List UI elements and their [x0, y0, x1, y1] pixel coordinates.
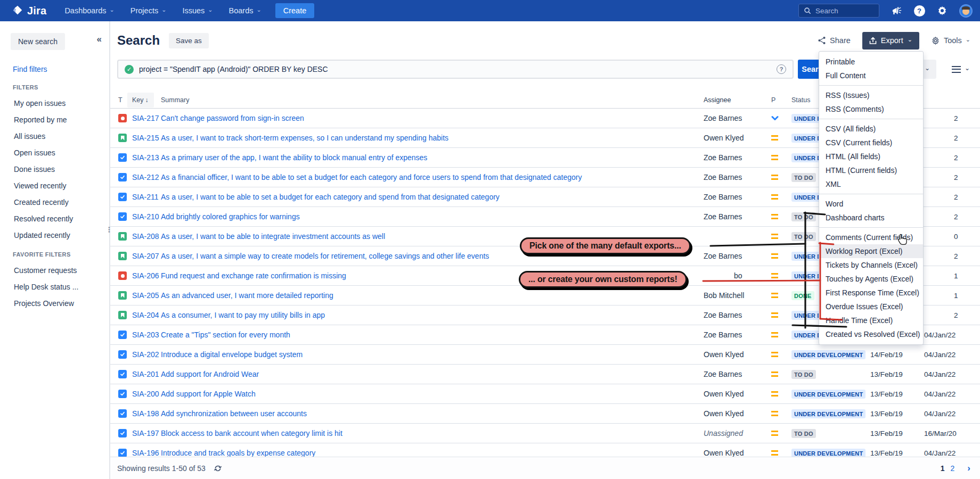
nav-item-issues[interactable]: Issues⌄: [182, 6, 213, 15]
issue-key-link[interactable]: SIA-217: [132, 114, 159, 122]
export-menu-item-tickets-by-channels-excel[interactable]: Tickets by Channels (Excel): [819, 258, 923, 272]
assignee[interactable]: Zoe Barnes: [704, 173, 771, 181]
syntax-help-icon[interactable]: ?: [777, 64, 786, 74]
share-button[interactable]: Share: [818, 36, 851, 45]
assignee[interactable]: Owen Klyed: [704, 134, 771, 142]
export-menu-item-word[interactable]: Word: [819, 197, 923, 211]
sidebar-item-created-recently[interactable]: Created recently: [0, 194, 109, 210]
assignee[interactable]: Zoe Barnes: [704, 114, 771, 122]
export-menu-item-xml[interactable]: XML: [819, 177, 923, 191]
export-menu-item-touches-by-agents-excel[interactable]: Touches by Agents (Excel): [819, 272, 923, 286]
export-menu-item-dashboard-charts[interactable]: Dashboard charts: [819, 211, 923, 225]
sidebar-item-help-desk-status[interactable]: Help Desk status ...: [0, 278, 109, 295]
issue-key-link[interactable]: SIA-213: [132, 153, 159, 162]
sidebar-item-done-issues[interactable]: Done issues: [0, 161, 109, 177]
nav-item-projects[interactable]: Projects⌄: [130, 6, 167, 15]
issue-key-link[interactable]: SIA-211: [132, 193, 159, 201]
save-as-button[interactable]: Save as: [169, 33, 209, 48]
issue-summary-link[interactable]: Create a "Tips" section for every month: [161, 331, 290, 339]
next-page-icon[interactable]: ›: [967, 463, 970, 474]
issue-summary-link[interactable]: Can't change password from sign-in scree…: [161, 114, 304, 122]
jql-query-input[interactable]: ✓ project = "SpendIT app (Android)" ORDE…: [117, 60, 794, 79]
global-search-input[interactable]: [815, 7, 874, 15]
issue-key-link[interactable]: SIA-197: [132, 429, 159, 437]
assignee[interactable]: Owen Klyed: [704, 350, 771, 359]
issue-key-link[interactable]: SIA-206: [132, 271, 159, 280]
sidebar-item-resolved-recently[interactable]: Resolved recently: [0, 210, 109, 227]
column-header-summary[interactable]: Summary: [161, 96, 704, 104]
sidebar-item-all-issues[interactable]: All issues: [0, 128, 109, 144]
issue-summary-link[interactable]: Introduce and track goals by expense cat…: [161, 449, 315, 457]
jql-query-text[interactable]: project = "SpendIT app (Android)" ORDER …: [139, 65, 771, 73]
collapse-sidebar-icon[interactable]: «: [97, 34, 102, 45]
refresh-icon[interactable]: [214, 464, 222, 473]
issue-key-link[interactable]: SIA-202: [132, 350, 159, 359]
assignee[interactable]: bo: [704, 271, 771, 280]
page-1-current[interactable]: 1: [941, 464, 945, 473]
export-menu-item-created-vs-resolved-excel[interactable]: Created vs Resolved (Excel): [819, 327, 923, 341]
export-menu-item-printable[interactable]: Printable: [819, 55, 923, 69]
find-filters-link[interactable]: Find filters: [13, 65, 47, 73]
issue-summary-link[interactable]: As an advanced user, I want more detaile…: [161, 291, 333, 300]
help-icon[interactable]: ?: [913, 5, 925, 16]
issue-key-link[interactable]: SIA-215: [132, 134, 159, 142]
assignee[interactable]: Zoe Barnes: [704, 331, 771, 339]
sidebar-resize-handle[interactable]: •••: [108, 226, 110, 233]
settings-gear-icon[interactable]: [936, 5, 948, 16]
export-menu-item-handle-time-excel[interactable]: Handle Time (Excel): [819, 313, 923, 327]
global-search[interactable]: [798, 4, 879, 18]
assignee[interactable]: Zoe Barnes: [704, 370, 771, 378]
export-menu-item-rss-comments[interactable]: RSS (Comments): [819, 102, 923, 116]
create-button[interactable]: Create: [275, 3, 315, 18]
issue-summary-link[interactable]: Fund request and exchange rate confirmat…: [161, 271, 346, 280]
issue-summary-link[interactable]: As a consumer, I want to pay my utility …: [161, 311, 325, 319]
sidebar-item-viewed-recently[interactable]: Viewed recently: [0, 177, 109, 194]
export-menu-item-csv-current-fields[interactable]: CSV (Current fields): [819, 136, 923, 150]
issue-summary-link[interactable]: Add synchronization between user account…: [161, 409, 307, 418]
issue-summary-link[interactable]: As a primary user of the app, I want the…: [161, 153, 427, 162]
column-header-assignee[interactable]: Assignee: [704, 96, 771, 104]
assignee[interactable]: Owen Klyed: [704, 390, 771, 398]
export-menu-item-full-content[interactable]: Full Content: [819, 69, 923, 82]
issue-key-link[interactable]: SIA-201: [132, 370, 159, 378]
issue-summary-link[interactable]: As a user, I want to be able to integrat…: [161, 232, 385, 241]
nav-item-dashboards[interactable]: Dashboards⌄: [64, 6, 114, 15]
megaphone-icon[interactable]: [891, 5, 902, 16]
sidebar-item-my-open-issues[interactable]: My open issues: [0, 95, 109, 111]
issue-summary-link[interactable]: As a user, I want to be able to set a bu…: [161, 193, 500, 201]
sidebar-item-open-issues[interactable]: Open issues: [0, 144, 109, 161]
column-header-key[interactable]: Key↓: [132, 96, 161, 104]
export-menu-item-worklog-report-excel[interactable]: Worklog Report (Excel): [819, 244, 923, 258]
export-menu-item-html-all-fields[interactable]: HTML (All fields): [819, 150, 923, 163]
issue-summary-link[interactable]: As a user, I want to track short-term ex…: [161, 134, 448, 142]
issue-summary-link[interactable]: As a user, I want a simple way to create…: [161, 252, 489, 260]
jira-logo[interactable]: Jira: [12, 5, 46, 17]
export-menu-item-comments-current-fields[interactable]: Comments (Current fields): [819, 230, 923, 244]
issue-key-link[interactable]: SIA-208: [132, 232, 159, 241]
issue-summary-link[interactable]: Introduce a digital envelope budget syst…: [161, 350, 303, 359]
issue-key-link[interactable]: SIA-212: [132, 173, 159, 181]
column-header-priority[interactable]: P: [771, 96, 791, 104]
issue-summary-link[interactable]: Block access to bank account when catego…: [161, 429, 342, 437]
issue-key-link[interactable]: SIA-196: [132, 449, 159, 457]
issue-summary-link[interactable]: Add support for Android Wear: [161, 370, 259, 378]
sidebar-item-reported-by-me[interactable]: Reported by me: [0, 111, 109, 128]
issue-key-link[interactable]: SIA-198: [132, 409, 159, 418]
assignee[interactable]: Zoe Barnes: [704, 311, 771, 319]
assignee[interactable]: Zoe Barnes: [704, 212, 771, 221]
assignee[interactable]: Owen Klyed: [704, 449, 771, 457]
tools-button[interactable]: Tools ⌄: [931, 36, 970, 45]
issue-key-link[interactable]: SIA-210: [132, 212, 159, 221]
export-button[interactable]: Export ⌄: [862, 32, 919, 49]
export-menu-item-first-response-time-excel[interactable]: First Response Time (Excel): [819, 286, 923, 300]
view-options-button[interactable]: ⌄: [952, 65, 970, 73]
issue-key-link[interactable]: SIA-205: [132, 291, 159, 300]
sidebar-item-customer-requests[interactable]: Customer requests: [0, 262, 109, 278]
issue-summary-link[interactable]: Add brightly colored graphics for warnin…: [161, 212, 300, 221]
assignee[interactable]: Zoe Barnes: [704, 193, 771, 201]
issue-key-link[interactable]: SIA-207: [132, 252, 159, 260]
sidebar-item-updated-recently[interactable]: Updated recently: [0, 227, 109, 243]
assignee[interactable]: Bob Mitchell: [704, 291, 771, 300]
page-2-link[interactable]: 2: [951, 464, 955, 473]
export-menu-item-rss-issues[interactable]: RSS (Issues): [819, 88, 923, 102]
